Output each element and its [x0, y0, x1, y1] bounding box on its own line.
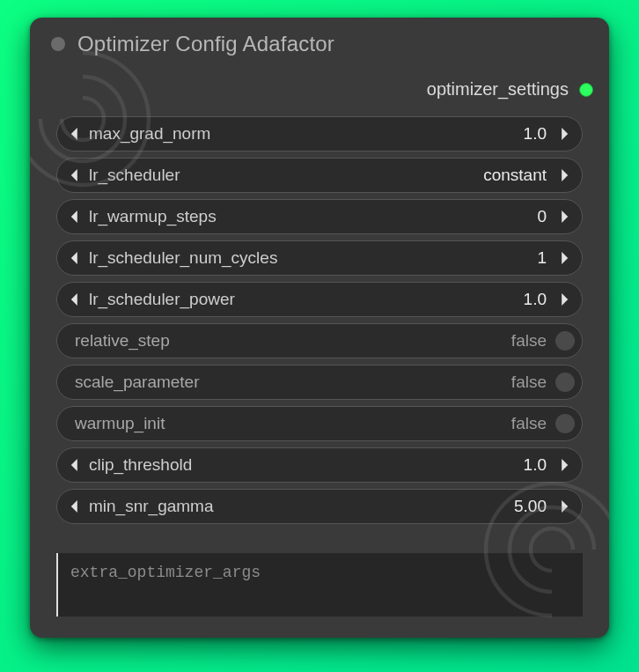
- field-max-grad-norm[interactable]: max_grad_norm1.0: [56, 116, 583, 151]
- collapse-toggle-icon[interactable]: [51, 37, 65, 51]
- field-lr-scheduler[interactable]: lr_schedulerconstant: [56, 158, 583, 193]
- field-value-lr-scheduler-power: 1.0: [524, 290, 552, 309]
- field-scale-parameter[interactable]: scale_parameterfalse: [56, 365, 583, 400]
- decrement-lr-scheduler-power-icon[interactable]: [62, 293, 87, 306]
- field-lr-scheduler-power[interactable]: lr_scheduler_power1.0: [56, 282, 583, 317]
- decrement-lr-scheduler-icon[interactable]: [62, 169, 87, 181]
- canvas-background: Optimizer Config Adafactor optimizer_set…: [0, 0, 639, 672]
- field-lr-warmup-steps[interactable]: lr_warmup_steps0: [56, 199, 583, 234]
- field-value-max-grad-norm: 1.0: [524, 124, 552, 144]
- field-value-relative-step: false: [511, 331, 550, 351]
- field-relative-step[interactable]: relative_stepfalse: [56, 323, 583, 358]
- fields-container: max_grad_norm1.0lr_schedulerconstantlr_w…: [30, 108, 609, 544]
- node-header[interactable]: Optimizer Config Adafactor: [30, 18, 609, 62]
- field-value-lr-scheduler-num-cycles: 1: [537, 248, 552, 268]
- increment-clip-threshold-icon[interactable]: [552, 459, 577, 471]
- increment-max-grad-norm-icon[interactable]: [552, 128, 577, 140]
- increment-min-snr-gamma-icon[interactable]: [552, 500, 577, 513]
- decrement-max-grad-norm-icon[interactable]: [62, 128, 87, 140]
- field-label-warmup-init: warmup_init: [73, 414, 511, 433]
- output-socket-optimizer-settings[interactable]: [579, 83, 593, 97]
- output-label: optimizer_settings: [427, 79, 569, 100]
- field-value-clip-threshold: 1.0: [524, 455, 552, 475]
- toggle-knob-warmup-init[interactable]: [555, 414, 575, 433]
- field-label-clip-threshold: clip_threshold: [87, 455, 524, 475]
- node-title: Optimizer Config Adafactor: [77, 32, 334, 56]
- field-value-lr-scheduler: constant: [483, 166, 552, 185]
- field-label-min-snr-gamma: min_snr_gamma: [87, 497, 514, 516]
- field-value-warmup-init: false: [511, 414, 550, 433]
- field-min-snr-gamma[interactable]: min_snr_gamma5.00: [56, 489, 583, 524]
- field-label-relative-step: relative_step: [73, 331, 511, 351]
- field-label-scale-parameter: scale_parameter: [73, 373, 511, 392]
- extra-optimizer-args-input[interactable]: extra_optimizer_args: [56, 553, 583, 617]
- field-label-lr-scheduler-power: lr_scheduler_power: [87, 290, 524, 309]
- node-optimizer-config-adafactor[interactable]: Optimizer Config Adafactor optimizer_set…: [30, 18, 609, 638]
- toggle-knob-relative-step[interactable]: [555, 331, 575, 351]
- toggle-knob-scale-parameter[interactable]: [555, 373, 575, 392]
- decrement-lr-scheduler-num-cycles-icon[interactable]: [62, 252, 87, 264]
- extra-optimizer-args-placeholder: extra_optimizer_args: [70, 564, 570, 581]
- field-clip-threshold[interactable]: clip_threshold1.0: [56, 447, 583, 483]
- field-warmup-init[interactable]: warmup_initfalse: [56, 406, 583, 441]
- field-label-lr-scheduler: lr_scheduler: [87, 166, 483, 185]
- field-value-min-snr-gamma: 5.00: [514, 497, 552, 516]
- field-label-max-grad-norm: max_grad_norm: [87, 124, 524, 144]
- field-label-lr-warmup-steps: lr_warmup_steps: [87, 207, 537, 226]
- increment-lr-warmup-steps-icon[interactable]: [552, 210, 577, 223]
- decrement-clip-threshold-icon[interactable]: [62, 459, 87, 471]
- output-row: optimizer_settings: [30, 62, 609, 108]
- increment-lr-scheduler-power-icon[interactable]: [552, 293, 577, 306]
- increment-lr-scheduler-num-cycles-icon[interactable]: [552, 252, 577, 264]
- field-value-lr-warmup-steps: 0: [537, 207, 552, 226]
- field-lr-scheduler-num-cycles[interactable]: lr_scheduler_num_cycles1: [56, 240, 583, 276]
- decrement-min-snr-gamma-icon[interactable]: [62, 500, 87, 513]
- increment-lr-scheduler-icon[interactable]: [552, 169, 577, 181]
- decrement-lr-warmup-steps-icon[interactable]: [62, 210, 87, 223]
- field-value-scale-parameter: false: [511, 373, 550, 392]
- field-label-lr-scheduler-num-cycles: lr_scheduler_num_cycles: [87, 248, 537, 268]
